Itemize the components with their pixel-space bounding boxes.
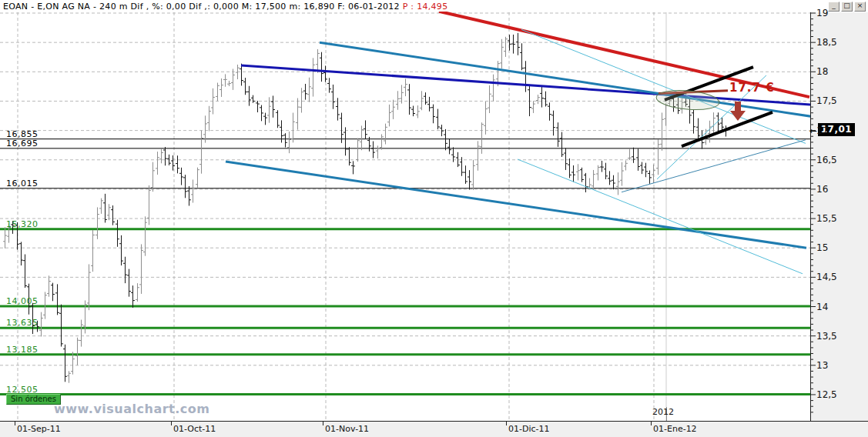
steel-thin-uptrend: [622, 140, 806, 192]
y-axis-label: 14,5: [816, 272, 837, 282]
y-axis-label: 15: [816, 242, 828, 253]
y-axis-label: 19: [816, 8, 828, 18]
black-flag-lower: [682, 112, 772, 146]
chart-title-text: EOAN - E,ON AG NA - 240 m Dif , %: 0,00 …: [3, 2, 403, 12]
chart-title-bar: EOAN - E,ON AG NA - 240 m Dif , %: 0,00 …: [0, 0, 812, 14]
price-level-label: 15,320: [6, 219, 39, 229]
close-button[interactable]: ×: [854, 2, 866, 12]
price-level-label: 16,695: [6, 138, 39, 148]
price-level-label: 16,015: [6, 178, 39, 188]
no-orders-button[interactable]: Sin órdenes: [6, 394, 61, 405]
y-axis-label: 16,5: [816, 155, 837, 165]
visualchart-window: ← EOAN - E,ON AG NA - 240 m Dif , %: 0,0…: [0, 0, 868, 437]
y-axis-label: 15,5: [816, 213, 837, 224]
x-axis-label: 01-Ene-12: [653, 424, 697, 434]
y-axis-label: 17: [816, 125, 828, 136]
axis-panels: [0, 12, 868, 437]
vertical-gridlines: [18, 12, 666, 421]
y-axis-label: 13,5: [816, 331, 837, 342]
window-controls: _ □ ×: [828, 2, 866, 12]
minimize-button[interactable]: _: [828, 2, 840, 12]
price-level-label: 13,635: [6, 318, 39, 328]
price-chart-canvas: ←: [0, 0, 868, 437]
price-target-annotation: 17.7 €: [729, 81, 775, 95]
price-level-label: 13,185: [6, 345, 39, 355]
x-axis-label: 01-Nov-11: [325, 424, 369, 434]
y-axis-label: 17,5: [816, 95, 837, 106]
y-axis-label: 18: [816, 66, 828, 77]
x-axis-label: 01-Oct-11: [173, 424, 216, 434]
ohlc-bars: [3, 33, 728, 383]
price-level-label: 16,855: [6, 129, 39, 139]
chart-title-price: P : 14,495: [403, 2, 448, 12]
y-axis-label: 16: [816, 184, 828, 195]
restore-button[interactable]: □: [841, 2, 853, 12]
price-level-label: 14,005: [6, 296, 39, 306]
watermark-text: www.visualchart.com: [54, 402, 209, 416]
y-axis-label: 12,5: [816, 389, 837, 400]
price-levels: [0, 139, 810, 395]
y-axis-label: 13: [816, 360, 828, 371]
y-axis-label: 14: [816, 302, 828, 312]
year-label: 2012: [652, 407, 674, 417]
x-axis-label: 01-Sep-11: [17, 424, 61, 434]
x-axis-label: 01-Dic-11: [508, 424, 550, 434]
steel-lower-channel: [226, 162, 806, 248]
y-axis-label: 18,5: [816, 37, 837, 48]
price-level-label: 12,505: [6, 385, 39, 395]
